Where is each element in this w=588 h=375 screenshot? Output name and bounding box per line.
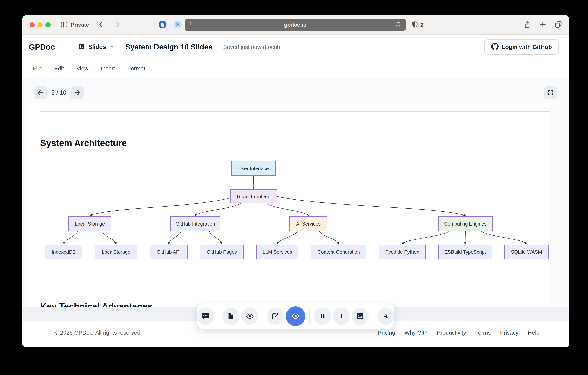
app-logo[interactable]: GPDoc (29, 42, 55, 52)
edit-icon (272, 312, 280, 320)
forward-icon[interactable] (114, 20, 121, 29)
view-mode-button[interactable] (286, 306, 305, 326)
chevron-down-icon (109, 43, 115, 51)
menu-item[interactable]: Edit (54, 65, 64, 72)
fullscreen-button[interactable] (544, 86, 557, 99)
svg-text:ESBuild TypeScript: ESBuild TypeScript (444, 249, 486, 255)
diagram-node-sqlite: SQLite WASM (504, 245, 548, 259)
svg-text:LLM Services: LLM Services (263, 249, 292, 255)
menu-item[interactable]: Format (127, 65, 145, 72)
toolbar-divider (262, 307, 263, 325)
header-divider (66, 39, 66, 55)
close-window-button[interactable] (30, 22, 35, 27)
comment-icon (201, 312, 210, 320)
footer-link[interactable]: Terms (475, 330, 491, 336)
share-icon[interactable] (523, 20, 531, 29)
diagram-node-react: React Frontend (231, 189, 277, 203)
app-header: GPDoc Slides System Design 10 Slides Sav… (22, 35, 569, 59)
url-text[interactable]: gpdoc.io (196, 22, 394, 28)
diagram-node-storage: Local Storage (69, 216, 111, 231)
diagram-edge-react-storage (90, 198, 231, 216)
diagram-edge-ui-react (253, 175, 254, 189)
doc-type-label: Slides (88, 43, 106, 51)
diagram-edge-compute-pyodide (402, 231, 450, 244)
diagram-edge-compute-sqlite (481, 231, 527, 244)
svg-text:B: B (320, 312, 325, 320)
footer-link[interactable]: Pricing (378, 330, 395, 336)
footer-links: PricingWhy Git?ProductivityTermsPrivacyH… (378, 330, 539, 336)
diagram-node-idb: IndexedDB (45, 245, 82, 259)
zoom-window-button[interactable] (45, 22, 51, 27)
diagram-edge-github-gpages (209, 231, 222, 244)
blocked-trackers-count: 2 (420, 22, 423, 28)
refresh-icon[interactable] (394, 21, 402, 29)
diagram-node-gpages: GitHub Pages (200, 245, 243, 259)
github-icon (491, 43, 499, 51)
diagram-edge-storage-ls (102, 231, 116, 244)
preview-button[interactable] (241, 308, 258, 325)
diagram-node-ui: User Interface (231, 161, 275, 175)
diagram-edge-github-gapi (169, 231, 181, 244)
diagram-edge-compute-esbuild (465, 231, 465, 244)
menu-bar: FileEditViewInsertFormat (22, 59, 569, 78)
document-button[interactable] (222, 308, 240, 325)
eye-icon (246, 312, 254, 320)
font-button[interactable]: A (377, 308, 394, 325)
diagram-node-llm: LLM Services (257, 245, 298, 259)
diagram-node-ls: LocalStorage (95, 245, 137, 259)
diagram-node-compute: Computing Engines (438, 216, 492, 231)
previous-slide-button[interactable] (34, 86, 47, 99)
sidebar-icon[interactable] (60, 20, 68, 29)
diagram-edge-ai-llm (277, 231, 298, 244)
floating-toolbar: BIA (197, 303, 394, 329)
slide-heading: System Architecture (40, 138, 127, 148)
main-content: 5 / 10 User InterfaceReact FrontendLocal… (22, 78, 569, 307)
document-title[interactable]: System Design 10 Slides (126, 43, 213, 51)
privacy-shield-icon[interactable] (411, 21, 419, 29)
minimize-window-button[interactable] (38, 22, 42, 27)
doc-type-dropdown[interactable]: Slides (78, 43, 115, 51)
svg-text:Content Generation: Content Generation (317, 249, 360, 255)
copyright-text: © 2025 GPDoc. All rights reserved. (54, 330, 142, 336)
browser-toolbar: Private S (22, 15, 569, 35)
browser-window: Private S (22, 15, 569, 347)
s-extension-icon[interactable]: S (173, 20, 182, 30)
footer-link[interactable]: Productivity (437, 330, 466, 336)
back-icon[interactable] (97, 20, 105, 29)
font-icon: A (382, 312, 390, 320)
address-bar[interactable]: gpdoc.io (185, 19, 406, 31)
edit-button[interactable] (267, 308, 284, 325)
diagram-edge-storage-idb (64, 231, 78, 244)
content-blocker-extension-icon[interactable] (158, 20, 167, 30)
svg-text:React Frontend: React Frontend (237, 194, 270, 199)
new-tab-icon[interactable] (539, 20, 547, 29)
italic-button[interactable]: I (333, 308, 350, 325)
svg-text:GitHub Integration: GitHub Integration (176, 221, 215, 226)
diagram-edge-react-ai (267, 203, 308, 216)
svg-text:Pyodide Python: Pyodide Python (385, 249, 419, 255)
architecture-diagram: User InterfaceReact FrontendLocal Storag… (28, 103, 550, 270)
footer-link[interactable]: Privacy (500, 330, 518, 336)
eye-icon (292, 312, 300, 320)
svg-text:User Interface: User Interface (238, 166, 269, 171)
tab-overview-icon[interactable] (554, 20, 562, 29)
menu-item[interactable]: Insert (101, 65, 115, 72)
diagram-node-github: GitHub Integration (170, 216, 220, 231)
diagram-edge-react-github (195, 203, 241, 216)
toolbar-divider (218, 307, 218, 325)
toolbar-divider (373, 307, 373, 325)
image-button[interactable] (352, 308, 369, 325)
reader-icon[interactable] (189, 21, 196, 29)
footer-link[interactable]: Help (528, 330, 539, 336)
login-github-button[interactable]: Login with GitHub (484, 39, 559, 55)
comment-button[interactable] (197, 308, 214, 325)
menu-item[interactable]: View (76, 65, 88, 72)
menu-item[interactable]: File (33, 65, 42, 72)
footer-link[interactable]: Why Git? (404, 330, 428, 336)
toolbar-divider (309, 307, 310, 325)
svg-text:LocalStorage: LocalStorage (102, 249, 130, 255)
svg-text:A: A (383, 312, 388, 320)
next-slide-button[interactable] (71, 86, 84, 99)
arrow-left-icon (37, 89, 44, 97)
bold-button[interactable]: B (314, 308, 331, 325)
